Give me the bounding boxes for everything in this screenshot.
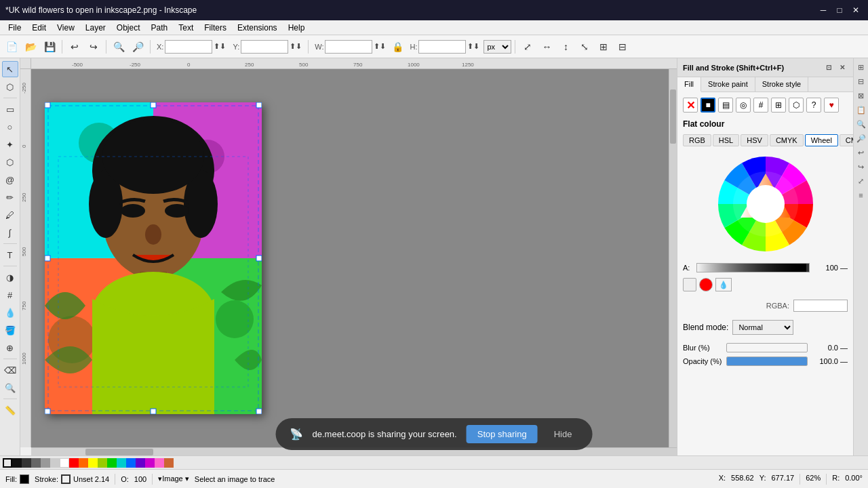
alpha-bar[interactable] xyxy=(696,263,810,272)
toolbar-transform4[interactable]: ⤡ xyxy=(576,38,593,56)
ellipse-tool[interactable]: ○ xyxy=(2,119,18,135)
toolbar-transform6[interactable]: ⊟ xyxy=(614,38,631,56)
re-btn-8[interactable]: ↪ xyxy=(855,161,867,173)
paint-linear-btn[interactable]: ▤ xyxy=(718,98,733,113)
cm-cms[interactable]: CMS xyxy=(840,134,853,146)
cm-hsv[interactable]: HSV xyxy=(741,134,768,146)
eraser-tool[interactable]: ⌫ xyxy=(2,362,18,378)
dropper-tool[interactable]: 💧 xyxy=(2,304,18,321)
paint-unset-btn[interactable]: ? xyxy=(806,98,821,113)
calligraphy-tool[interactable]: ∫ xyxy=(2,224,18,241)
opacity-track[interactable] xyxy=(726,357,808,366)
canvas-scroll[interactable] xyxy=(31,69,677,447)
minimize-button[interactable]: ─ xyxy=(816,3,830,17)
tab-fill[interactable]: Fill xyxy=(677,77,701,92)
eyedropper-btn[interactable]: 💧 xyxy=(715,278,732,291)
menu-filters[interactable]: Filters xyxy=(199,22,232,34)
re-btn-2[interactable]: ⊟ xyxy=(855,75,867,87)
color-wheel-container[interactable] xyxy=(683,153,848,255)
toolbar-unit[interactable]: px mm cm in xyxy=(484,40,511,54)
cm-wheel[interactable]: Wheel xyxy=(805,134,838,146)
star-tool[interactable]: ✦ xyxy=(2,136,18,152)
palette-purple[interactable] xyxy=(136,458,145,468)
toolbar-new[interactable]: 📄 xyxy=(3,38,20,56)
toolbar-y-input[interactable]: 201.410 xyxy=(241,40,288,54)
palette-orange[interactable] xyxy=(79,458,88,468)
palette-lightgray[interactable] xyxy=(41,458,50,468)
re-btn-1[interactable]: ⊞ xyxy=(855,61,867,73)
rgba-input[interactable]: 000000ff xyxy=(793,300,848,312)
palette-brown[interactable] xyxy=(164,458,174,468)
menu-object[interactable]: Object xyxy=(111,22,146,34)
palette-none[interactable] xyxy=(3,458,12,468)
palette-pink[interactable] xyxy=(155,458,164,468)
palette-green[interactable] xyxy=(107,458,117,468)
maximize-button[interactable]: □ xyxy=(833,3,846,17)
menu-view[interactable]: View xyxy=(52,22,80,34)
paint-heart-btn[interactable]: ♥ xyxy=(824,98,839,113)
palette-yellow[interactable] xyxy=(88,458,98,468)
menu-extensions[interactable]: Extensions xyxy=(232,22,283,34)
select-tool[interactable]: ↖ xyxy=(2,61,18,77)
rect-tool[interactable]: ▭ xyxy=(2,101,18,117)
prev-color-btn[interactable] xyxy=(699,278,713,291)
menu-help[interactable]: Help xyxy=(283,22,311,34)
toolbar-zoom-out[interactable]: 🔎 xyxy=(129,38,146,56)
pencil-tool[interactable]: ✏ xyxy=(2,189,18,205)
toolbar-transform1[interactable]: ⤢ xyxy=(519,38,536,56)
measure-tool[interactable]: 📏 xyxy=(2,402,18,418)
toolbar-undo[interactable]: ↩ xyxy=(66,38,83,56)
paint-radial-btn[interactable]: ◎ xyxy=(736,98,751,113)
hide-button[interactable]: Hide xyxy=(547,425,579,443)
palette-lime[interactable] xyxy=(98,458,107,468)
re-btn-9[interactable]: ⤢ xyxy=(855,175,867,187)
menu-file[interactable]: File xyxy=(3,22,26,34)
paint-none-btn[interactable]: ✕ xyxy=(683,98,698,113)
menu-path[interactable]: Path xyxy=(146,22,174,34)
toolbar-transform5[interactable]: ⊞ xyxy=(595,38,612,56)
panel-undock[interactable]: ⊡ xyxy=(823,62,834,73)
stroke-swatch[interactable] xyxy=(61,474,71,484)
palette-blue[interactable] xyxy=(126,458,136,468)
panel-close[interactable]: ✕ xyxy=(837,62,848,73)
toolbar-zoom-in[interactable]: 🔍 xyxy=(110,38,127,56)
pen-tool[interactable]: 🖊 xyxy=(2,207,18,223)
palette-cyan[interactable] xyxy=(117,458,126,468)
blur-track[interactable] xyxy=(726,343,808,352)
stop-sharing-button[interactable]: Stop sharing xyxy=(467,425,538,443)
toolbar-transform3[interactable]: ↕ xyxy=(557,38,574,56)
toolbar-transform2[interactable]: ↔ xyxy=(538,38,555,56)
toolbar-w-input[interactable]: 506.035 xyxy=(325,40,372,54)
paint-mesh-btn[interactable]: # xyxy=(753,98,768,113)
color-wheel[interactable] xyxy=(715,153,816,255)
cm-hsl[interactable]: HSL xyxy=(713,134,739,146)
re-btn-10[interactable]: ≡ xyxy=(855,189,867,201)
menu-layer[interactable]: Layer xyxy=(80,22,111,34)
cm-rgb[interactable]: RGB xyxy=(683,134,711,146)
paint-pattern-btn[interactable]: ⊞ xyxy=(771,98,786,113)
re-btn-3[interactable]: ⊠ xyxy=(855,89,867,102)
toolbar-x-input[interactable]: 144.838 xyxy=(165,40,212,54)
toolbar-open[interactable]: 📂 xyxy=(22,38,39,56)
toolbar-h-input[interactable]: 592.631 xyxy=(418,40,466,54)
toolbar-save[interactable]: 💾 xyxy=(41,38,58,56)
fill-swatch[interactable] xyxy=(20,474,29,484)
toolbar-unit-select[interactable]: px mm cm in xyxy=(484,40,511,54)
zoom-tool[interactable]: 🔍 xyxy=(2,380,18,396)
palette-magenta[interactable] xyxy=(145,458,155,468)
palette-red[interactable] xyxy=(69,458,79,468)
text-tool[interactable]: T xyxy=(2,247,18,263)
paint-flat-btn[interactable]: ■ xyxy=(701,98,715,113)
cm-cmyk[interactable]: CMYK xyxy=(770,134,804,146)
palette-gray[interactable] xyxy=(31,458,41,468)
paint-bucket-tool[interactable]: 🪣 xyxy=(2,322,18,338)
node-tool[interactable]: ⬡ xyxy=(2,79,18,95)
blend-select[interactable]: Normal Multiply Screen Overlay xyxy=(732,320,793,335)
re-btn-5[interactable]: 🔍 xyxy=(855,118,867,130)
vscroll[interactable] xyxy=(669,69,677,447)
palette-darkgray[interactable] xyxy=(22,458,31,468)
gradient-tool[interactable]: ◑ xyxy=(2,269,18,285)
spray-tool[interactable]: ⊕ xyxy=(2,340,18,356)
image-trace-label[interactable]: ▾Image ▾ xyxy=(158,474,189,483)
palette-silver[interactable] xyxy=(50,458,60,468)
